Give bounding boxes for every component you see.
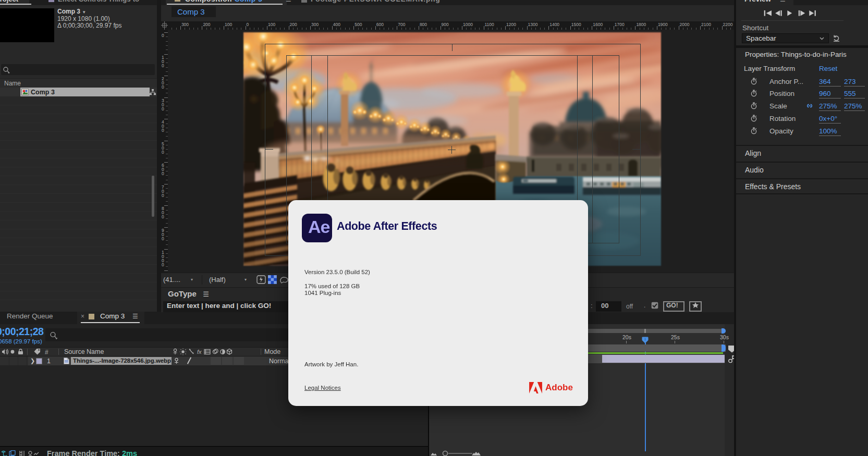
svg-text:fx: fx	[197, 349, 202, 355]
